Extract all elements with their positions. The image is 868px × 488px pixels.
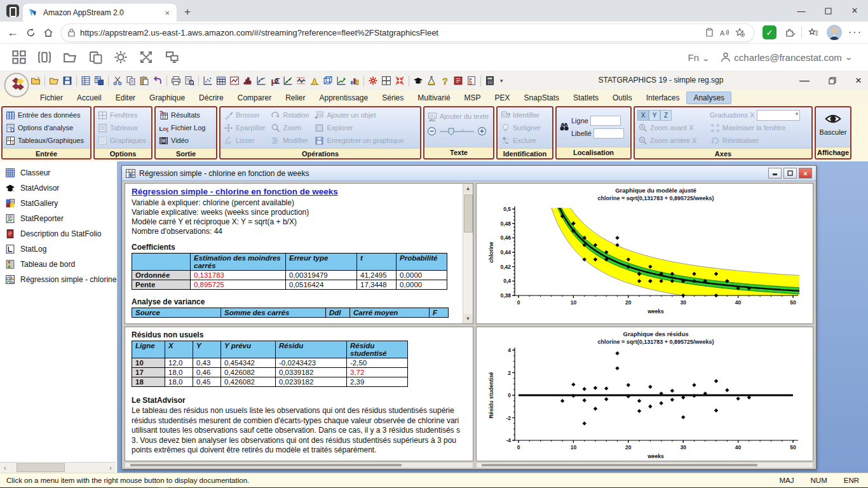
trend-icon[interactable] [335, 74, 348, 87]
bar3d-icon[interactable] [348, 74, 361, 87]
minus-circle-icon[interactable] [427, 126, 437, 136]
maximize-icon[interactable] [815, 0, 841, 22]
sidebar-item-statgallery[interactable]: StatGallery [0, 196, 117, 211]
print-preview-icon[interactable] [183, 74, 196, 87]
ligne-input[interactable] [590, 116, 621, 126]
panes-icon[interactable] [380, 74, 393, 87]
menu-tab-msp[interactable]: MSP [458, 92, 488, 104]
home-icon[interactable] [39, 24, 57, 41]
identifier-button[interactable]: ?Identifier [500, 109, 550, 121]
clipboard-copy-icon[interactable] [83, 48, 108, 67]
statadvisor-cap-icon[interactable] [412, 74, 424, 87]
new-statfolio-icon[interactable] [29, 74, 42, 87]
tableaux-button[interactable]: Tableaux [97, 121, 149, 134]
gear-red-icon[interactable] [367, 74, 379, 87]
doc-maximize-icon[interactable] [783, 168, 797, 179]
menu-tab-outils[interactable]: Outils [606, 92, 639, 104]
dual-monitor-icon[interactable] [159, 48, 184, 67]
menu-tab-snapstats[interactable]: SnapStats [517, 92, 566, 104]
minimize-icon[interactable]: — [799, 75, 810, 86]
sidebar-item-statreporter[interactable]: StatReporter [0, 211, 117, 226]
cut-icon[interactable] [111, 74, 124, 87]
add-text-button[interactable]: Ajouter du texte [440, 112, 489, 120]
datasheet-icon[interactable] [79, 74, 92, 87]
reinitialiser-button[interactable]: Réinitialiser [710, 134, 809, 147]
undo-icon[interactable] [151, 74, 164, 87]
menu-tab-comparer[interactable]: Comparer [231, 92, 278, 104]
pdf-icon[interactable]: PD [465, 74, 478, 87]
settings-gear-icon[interactable] [108, 48, 133, 67]
print-icon[interactable] [170, 74, 182, 87]
scroll-left-icon[interactable]: ‹ [0, 464, 10, 471]
xbar-chart-icon[interactable] [228, 74, 241, 87]
menu-tab-statlets[interactable]: Statlets [566, 92, 606, 104]
menu-tab-multivarie[interactable]: Multivarié [410, 92, 457, 104]
refresh-icon[interactable] [22, 24, 39, 41]
menu-tab-accueil[interactable]: Accueil [70, 92, 109, 104]
libelle-input[interactable] [593, 128, 624, 139]
tab-close-icon[interactable]: × [163, 8, 172, 18]
histogram-icon[interactable] [241, 74, 254, 87]
fn-dropdown[interactable]: Fn⌄ [688, 52, 709, 63]
axis-x-button[interactable]: X [637, 110, 649, 121]
sidebar-item-description-du-statfolio[interactable]: Description du StatFolio [0, 226, 117, 241]
entree-des-donnees-button[interactable]: Entrée des données [5, 109, 88, 121]
collections-icon[interactable] [804, 24, 822, 41]
modifier-button[interactable]: Modifier [270, 134, 309, 147]
extension-check-icon[interactable]: ✓ [763, 25, 776, 39]
brosser-button[interactable]: Brosser [223, 109, 265, 121]
add-favorite-icon[interactable] [732, 28, 747, 37]
copy-icon[interactable] [125, 74, 137, 87]
zoom-button[interactable]: Zoom [270, 121, 309, 134]
sidebar-item-statadvisor[interactable]: StatAdvisor [0, 180, 117, 196]
close-icon[interactable]: × [855, 74, 862, 87]
browser-tab[interactable]: Amazon AppStream 2.0 × [23, 4, 177, 22]
fitted-model-chart-pane[interactable]: Graphique du modèle ajustéchlorine = sqr… [476, 183, 813, 324]
sidebar-item-regression-simple-chlorine[interactable]: Régression simple - chlorine [0, 272, 117, 287]
scroll-right-icon[interactable]: › [105, 464, 116, 471]
workspaces-icon[interactable] [6, 4, 19, 17]
address-bar[interactable]: https://appstream2.us-east-1.aws.amazon.… [61, 24, 754, 42]
read-aloud-icon[interactable]: A [717, 29, 732, 37]
back-icon[interactable]: ← [4, 24, 22, 41]
report-pane-top[interactable]: Régression simple - chlorine en fonction… [125, 183, 473, 324]
new-tab-button[interactable]: + [184, 6, 191, 18]
save-icon[interactable] [61, 74, 74, 87]
line-fit-icon[interactable] [281, 74, 294, 87]
user-menu[interactable]: ccharles@francestat.com ⌄ [720, 51, 851, 63]
analysis-window-titlebar[interactable]: Régression simple - chlorine en fonction… [122, 166, 816, 181]
menu-tab-series[interactable]: Séries [375, 92, 410, 104]
files-icon[interactable] [57, 48, 83, 67]
eparpiller-button[interactable]: Eparpiller [223, 121, 265, 134]
windows-switch-icon[interactable] [32, 48, 57, 67]
explorer-button[interactable]: Explorer [314, 121, 403, 134]
doc-close-icon[interactable]: × [799, 168, 812, 179]
lisser-button[interactable]: Lisser [223, 134, 265, 147]
sidebar-item-classeur[interactable]: Classeur [0, 165, 117, 180]
paste-icon[interactable] [138, 74, 151, 87]
scroll-thumb[interactable] [464, 194, 473, 233]
minimize-icon[interactable]: — [788, 0, 815, 22]
density-icon[interactable] [308, 74, 321, 87]
scroll-up-icon[interactable]: ▲ [463, 184, 473, 193]
toggle-display-button[interactable]: Basculer [818, 128, 848, 136]
menu-tab-apprentissage[interactable]: Apprentissage [312, 92, 375, 104]
book-red-icon[interactable] [452, 74, 465, 87]
plus-circle-icon[interactable] [477, 126, 487, 136]
menu-tab-graphique[interactable]: Graphique [142, 92, 192, 104]
flask-icon[interactable] [425, 74, 438, 87]
slider-track[interactable] [438, 127, 475, 136]
zoom-arriere-x-button[interactable]: Zoom arrière X [637, 134, 703, 147]
left-hscrollbar[interactable] [125, 462, 473, 468]
menu-tab-relier[interactable]: Relier [278, 92, 312, 104]
fullscreen-icon[interactable] [133, 48, 159, 67]
scatterplot-icon[interactable] [201, 74, 214, 87]
rotation-button[interactable]: Rotation [270, 109, 309, 121]
send-to-devices-icon[interactable] [702, 28, 717, 37]
menu-tab-pex[interactable]: PEX [488, 92, 517, 104]
sidebar-item-tableau-de-bord[interactable]: Tableau de bord [0, 257, 117, 272]
sidebar-item-statlog[interactable]: StatLog [0, 241, 117, 257]
scroll-thumb[interactable] [17, 463, 65, 472]
control-chart-icon[interactable] [295, 74, 308, 87]
menu-tab-interfaces[interactable]: Interfaces [639, 92, 687, 104]
